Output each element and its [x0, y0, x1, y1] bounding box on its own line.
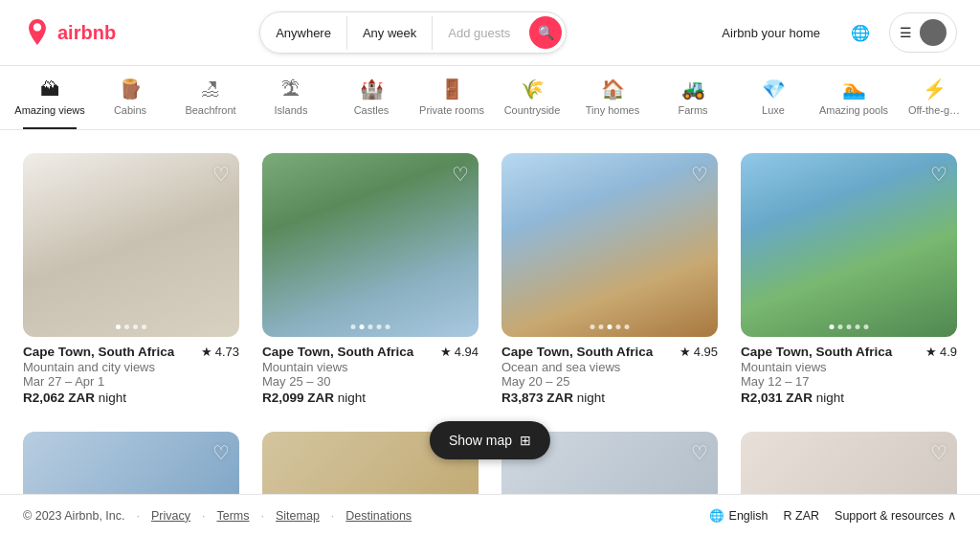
category-farms[interactable]: 🚜 Farms	[666, 78, 720, 129]
wishlist-button-2[interactable]: ♡	[452, 163, 469, 186]
category-beachfront[interactable]: 🏖 Beachfront	[184, 78, 237, 129]
airbnb-logo-icon	[23, 18, 52, 47]
footer-terms-link[interactable]: Terms	[216, 509, 249, 523]
listing-top-4: Cape Town, South Africa ★ 4.9	[741, 345, 957, 359]
countryside-icon: 🌾	[521, 78, 545, 100]
footer-support-button[interactable]: Support & resources ∧	[835, 508, 957, 523]
star-icon: ★	[679, 345, 691, 359]
listing-rating-1: ★ 4.73	[201, 345, 239, 359]
category-label: Countryside	[504, 104, 561, 116]
listing-desc-3: Ocean and sea views	[501, 360, 718, 374]
listing-info-2: Cape Town, South Africa ★ 4.94 Mountain …	[262, 337, 479, 409]
category-label: Off-the-g…	[908, 104, 960, 116]
listing-dates-3: May 20 – 25	[501, 374, 718, 389]
dot	[838, 324, 843, 329]
category-tiny-homes[interactable]: 🏠 Tiny homes	[586, 78, 639, 129]
image-dots-4	[830, 324, 869, 329]
price-value-2: R2,099 ZAR	[262, 391, 334, 405]
image-dots-1	[116, 324, 146, 329]
image-dots-2	[351, 324, 390, 329]
category-amazing-pools[interactable]: 🏊 Amazing pools	[827, 78, 880, 129]
amazing-views-icon: 🏔	[40, 78, 59, 100]
category-label: Castles	[354, 104, 390, 116]
category-luxe[interactable]: 💎 Luxe	[746, 78, 800, 129]
footer-sep: ·	[202, 509, 205, 523]
wishlist-button-5[interactable]: ♡	[212, 441, 230, 464]
category-cabins[interactable]: 🪵 Cabins	[103, 78, 157, 129]
footer-left: © 2023 Airbnb, Inc. · Privacy · Terms · …	[23, 509, 412, 523]
footer-support-label: Support & resources	[835, 509, 944, 523]
off-the-grid-icon: ⚡	[923, 78, 947, 100]
star-icon: ★	[440, 345, 452, 359]
wishlist-button-1[interactable]: ♡	[212, 163, 230, 186]
search-button[interactable]: 🔍	[529, 16, 562, 49]
star-icon: ★	[201, 345, 212, 359]
search-guests[interactable]: Add guests	[433, 16, 525, 50]
category-label: Tiny homes	[586, 104, 639, 116]
globe-icon-footer: 🌐	[709, 508, 724, 523]
beachfront-icon: 🏖	[201, 78, 220, 100]
listing-dates-2: May 25 – 30	[262, 374, 479, 389]
category-amazing-views[interactable]: 🏔 Amazing views	[23, 78, 77, 129]
listing-desc-1: Mountain and city views	[23, 360, 239, 374]
listing-desc-2: Mountain views	[262, 360, 479, 374]
category-label: Islands	[275, 104, 308, 116]
footer-privacy-link[interactable]: Privacy	[151, 509, 190, 523]
host-link[interactable]: Airbnb your home	[710, 18, 832, 48]
dot	[386, 324, 390, 329]
rating-value-4: 4.9	[940, 345, 957, 359]
category-label: Luxe	[762, 104, 785, 116]
footer-destinations-link[interactable]: Destinations	[345, 509, 412, 523]
logo-text: airbnb	[57, 22, 116, 44]
footer-language-label: English	[729, 509, 768, 523]
search-any-week[interactable]: Any week	[347, 16, 433, 50]
footer: © 2023 Airbnb, Inc. · Privacy · Terms · …	[0, 494, 980, 536]
wishlist-button-3[interactable]: ♡	[691, 163, 708, 186]
wishlist-button-8[interactable]: ♡	[930, 441, 947, 464]
luxe-icon: 💎	[762, 78, 786, 100]
category-castles[interactable]: 🏰 Castles	[345, 78, 398, 129]
category-private-rooms[interactable]: 🚪 Private rooms	[425, 78, 479, 129]
price-value-1: R2,062 ZAR	[23, 391, 95, 405]
language-button[interactable]: 🌐	[843, 16, 878, 50]
tiny-homes-icon: 🏠	[601, 78, 625, 100]
dot	[124, 324, 129, 329]
listing-image-1: ♡	[23, 153, 239, 337]
listing-image-3: ♡	[501, 153, 718, 337]
listing-image-4: ♡	[741, 153, 957, 337]
show-map-label: Show map	[449, 433, 512, 448]
category-islands[interactable]: 🏝 Islands	[264, 78, 318, 129]
wishlist-button-7[interactable]: ♡	[691, 441, 708, 464]
listing-card-2[interactable]: ♡ Cape Town, South Africa ★ 4.94 Mountai…	[262, 153, 479, 409]
listing-card-4[interactable]: ♡ Cape Town, South Africa ★ 4.9 Mountain…	[741, 153, 957, 409]
footer-currency-button[interactable]: R ZAR	[784, 509, 820, 523]
category-label: Farms	[678, 104, 707, 116]
star-icon: ★	[925, 345, 937, 359]
wishlist-button-4[interactable]: ♡	[930, 163, 947, 186]
category-nav: 🏔 Amazing views 🪵 Cabins 🏖 Beachfront 🏝 …	[0, 66, 980, 130]
listing-location-4: Cape Town, South Africa	[741, 345, 892, 359]
search-bar: Anywhere Any week Add guests 🔍	[259, 11, 567, 54]
category-countryside[interactable]: 🌾 Countryside	[505, 78, 559, 129]
footer-language-button[interactable]: 🌐 English	[709, 508, 768, 523]
category-off-the-grid[interactable]: ⚡ Off-the-g…	[907, 78, 961, 129]
listing-location-1: Cape Town, South Africa	[23, 345, 174, 359]
footer-sep: ·	[331, 509, 334, 523]
dot	[847, 324, 852, 329]
avatar	[920, 19, 947, 46]
rating-value-3: 4.95	[694, 345, 718, 359]
category-label: Amazing views	[14, 104, 84, 116]
listing-rating-2: ★ 4.94	[440, 345, 479, 359]
dot	[625, 324, 630, 329]
listing-card-1[interactable]: ♡ Cape Town, South Africa ★ 4.73 Mountai…	[23, 153, 239, 409]
listing-location-2: Cape Town, South Africa	[262, 345, 413, 359]
search-anywhere[interactable]: Anywhere	[260, 16, 347, 50]
castles-icon: 🏰	[360, 78, 384, 100]
listings-grid: ♡ Cape Town, South Africa ★ 4.73 Mountai…	[0, 130, 980, 432]
menu-button[interactable]: ☰	[889, 12, 957, 53]
show-map-button[interactable]: Show map ⊞	[430, 421, 550, 459]
logo[interactable]: airbnb	[23, 18, 116, 47]
dot	[608, 324, 612, 329]
listing-card-3[interactable]: ♡ Cape Town, South Africa ★ 4.95 Ocean a…	[501, 153, 718, 409]
footer-sitemap-link[interactable]: Sitemap	[276, 509, 320, 523]
